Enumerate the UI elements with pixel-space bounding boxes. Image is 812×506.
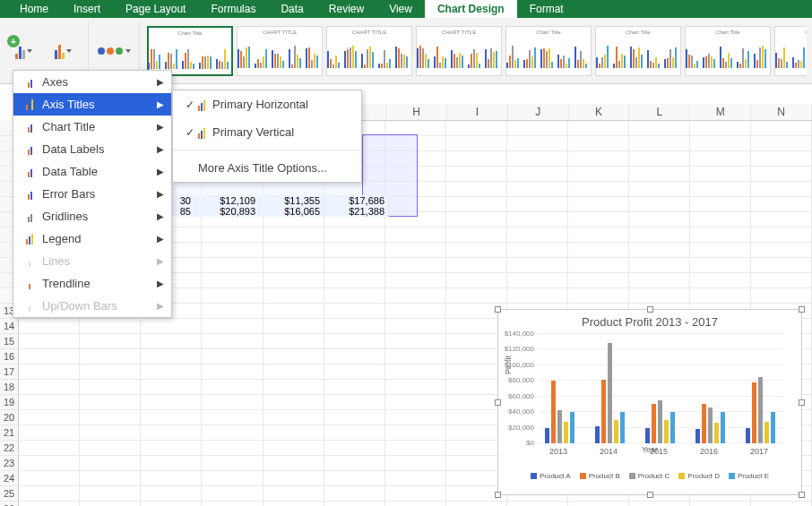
tab-format[interactable]: Format bbox=[517, 0, 576, 18]
cell[interactable] bbox=[80, 334, 141, 348]
cell[interactable] bbox=[202, 471, 263, 485]
cell[interactable] bbox=[751, 167, 812, 181]
tab-data[interactable]: Data bbox=[268, 0, 315, 18]
cell[interactable] bbox=[507, 197, 568, 211]
menu-item-trendline[interactable]: Trendline▶ bbox=[13, 272, 171, 295]
cell[interactable] bbox=[141, 486, 202, 501]
chart-style-thumb[interactable]: Chart Title bbox=[774, 26, 807, 76]
cell[interactable] bbox=[141, 364, 202, 379]
cell[interactable] bbox=[690, 273, 751, 287]
cell[interactable] bbox=[263, 304, 324, 318]
cell[interactable] bbox=[202, 364, 263, 379]
menu-item-legend[interactable]: Legend▶ bbox=[13, 227, 171, 250]
cell[interactable] bbox=[202, 486, 263, 501]
cell[interactable] bbox=[446, 288, 507, 303]
cell[interactable] bbox=[385, 121, 446, 135]
column-header[interactable]: H bbox=[386, 104, 447, 120]
cell[interactable] bbox=[263, 425, 324, 440]
cell[interactable] bbox=[507, 212, 568, 227]
chart-bar[interactable] bbox=[645, 428, 650, 443]
cell[interactable] bbox=[141, 349, 202, 364]
tab-page-layout[interactable]: Page Layout bbox=[113, 0, 198, 18]
chart-bar[interactable] bbox=[752, 382, 756, 443]
cell[interactable] bbox=[324, 319, 385, 333]
cell[interactable] bbox=[324, 334, 385, 348]
cell[interactable] bbox=[202, 502, 263, 506]
cell[interactable] bbox=[141, 502, 202, 506]
cell[interactable] bbox=[141, 471, 202, 485]
chart-bar[interactable] bbox=[595, 426, 600, 443]
cell[interactable] bbox=[629, 167, 690, 181]
cell[interactable] bbox=[80, 456, 141, 470]
tab-insert[interactable]: Insert bbox=[61, 0, 113, 18]
cell[interactable] bbox=[324, 425, 385, 440]
cell[interactable] bbox=[80, 441, 141, 455]
column-header[interactable]: L bbox=[629, 104, 690, 120]
tab-review[interactable]: Review bbox=[316, 0, 376, 18]
cell[interactable] bbox=[324, 380, 385, 394]
cell[interactable] bbox=[385, 395, 446, 409]
cell[interactable] bbox=[629, 121, 690, 135]
cell[interactable] bbox=[324, 243, 385, 257]
cell[interactable] bbox=[324, 288, 385, 303]
cell[interactable] bbox=[202, 258, 263, 272]
chart-bar[interactable] bbox=[620, 412, 625, 443]
cell[interactable] bbox=[568, 121, 629, 135]
cell[interactable] bbox=[263, 349, 324, 364]
column-header[interactable]: M bbox=[690, 104, 751, 120]
cell[interactable] bbox=[568, 182, 629, 196]
chart-bar[interactable] bbox=[708, 407, 713, 443]
cell[interactable] bbox=[629, 182, 690, 196]
chart-bar[interactable] bbox=[608, 343, 612, 443]
cell[interactable] bbox=[141, 395, 202, 409]
menu-item-gridlines[interactable]: Gridlines▶ bbox=[13, 205, 171, 227]
cell[interactable] bbox=[690, 136, 751, 150]
cell[interactable] bbox=[629, 212, 690, 227]
cell[interactable] bbox=[446, 227, 507, 242]
cell[interactable] bbox=[568, 273, 629, 287]
cell[interactable] bbox=[751, 502, 812, 506]
cell[interactable] bbox=[568, 197, 629, 211]
cell[interactable] bbox=[263, 456, 324, 470]
cell[interactable] bbox=[385, 349, 446, 364]
cell[interactable] bbox=[19, 349, 80, 364]
chart-style-thumb[interactable]: CHART TITLE bbox=[416, 26, 502, 76]
cell[interactable] bbox=[629, 197, 690, 211]
chart-bar[interactable] bbox=[557, 410, 562, 443]
cell[interactable] bbox=[19, 486, 80, 501]
cell[interactable] bbox=[141, 425, 202, 440]
cell[interactable] bbox=[385, 304, 446, 318]
cell[interactable] bbox=[446, 243, 507, 257]
cell[interactable] bbox=[690, 243, 751, 257]
menu-item-error-bars[interactable]: Error Bars▶ bbox=[13, 183, 171, 205]
cell[interactable] bbox=[507, 167, 568, 181]
cell[interactable] bbox=[568, 258, 629, 272]
row-header[interactable]: 21 bbox=[0, 425, 19, 440]
cell[interactable] bbox=[690, 288, 751, 303]
cell[interactable] bbox=[202, 288, 263, 303]
chart-bar[interactable] bbox=[702, 404, 706, 443]
cell[interactable] bbox=[141, 319, 202, 333]
cell[interactable] bbox=[80, 395, 141, 409]
cell[interactable] bbox=[507, 182, 568, 196]
row-header[interactable]: 15 bbox=[0, 334, 19, 348]
cell[interactable] bbox=[202, 243, 263, 257]
cell[interactable] bbox=[751, 227, 812, 242]
cell[interactable] bbox=[751, 243, 812, 257]
cell[interactable] bbox=[324, 258, 385, 272]
cell[interactable] bbox=[507, 502, 568, 506]
cell[interactable] bbox=[629, 151, 690, 166]
cell[interactable] bbox=[446, 502, 507, 506]
cell[interactable] bbox=[80, 471, 141, 485]
cell[interactable] bbox=[385, 227, 446, 242]
cell[interactable] bbox=[80, 364, 141, 379]
legend-item[interactable]: Product C bbox=[629, 472, 670, 480]
cell[interactable] bbox=[202, 349, 263, 364]
column-header[interactable]: K bbox=[569, 104, 630, 120]
cell[interactable] bbox=[202, 319, 263, 333]
chart-bar[interactable] bbox=[570, 412, 574, 443]
tab-home[interactable]: Home bbox=[7, 0, 61, 18]
cell[interactable] bbox=[324, 441, 385, 455]
cell[interactable] bbox=[751, 273, 812, 287]
chart-bar[interactable] bbox=[551, 381, 556, 443]
